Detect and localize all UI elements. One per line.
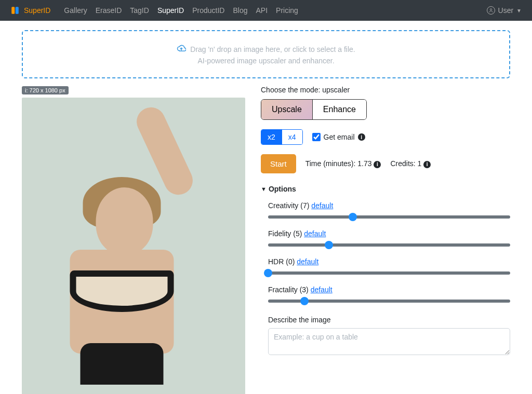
mode-upscale-button[interactable]: Upscale <box>261 100 312 119</box>
nav-link-superid[interactable]: SuperID <box>153 6 188 15</box>
email-label: Get email <box>324 133 355 141</box>
user-label: User <box>498 6 514 15</box>
option-creativity: Creativity (7) default <box>261 201 510 221</box>
navbar: SuperID GalleryEraseIDTagIDSuperIDProduc… <box>0 0 532 21</box>
navbar-left: SuperID GalleryEraseIDTagIDSuperIDProduc… <box>10 6 302 15</box>
fidelity-slider[interactable] <box>268 241 510 249</box>
scale-x4-button[interactable]: x4 <box>282 130 302 144</box>
caret-down-icon: ▼ <box>516 8 522 13</box>
nav-link-blog[interactable]: Blog <box>229 6 251 15</box>
creativity-slider-thumb[interactable] <box>349 213 357 221</box>
hdr-default-link[interactable]: default <box>297 257 318 266</box>
creativity-slider[interactable] <box>268 213 510 221</box>
nav-link-eraseid[interactable]: EraseID <box>91 6 126 15</box>
info-icon[interactable]: i <box>374 161 381 168</box>
mode-enhance-button[interactable]: Enhance <box>312 100 366 119</box>
email-checkbox-input[interactable] <box>312 133 321 141</box>
credits-info: Credits: 1 i <box>390 159 431 168</box>
option-fidelity: Fidelity (5) default <box>261 229 510 249</box>
dropzone[interactable]: Drag 'n' drop an image here, or click to… <box>22 30 510 78</box>
creativity-label: Creativity (7) default <box>268 201 510 210</box>
fidelity-default-link[interactable]: default <box>304 229 326 238</box>
info-icon[interactable]: i <box>423 161 431 168</box>
cloud-upload-icon <box>177 44 186 55</box>
mode-prompt: Choose the mode: upscaler <box>261 86 510 94</box>
option-hdr: HDR (0) default <box>261 257 510 277</box>
info-icon[interactable]: i <box>358 133 365 141</box>
hdr-slider-thumb[interactable] <box>264 269 272 277</box>
scale-toggle: x2x4 <box>261 129 303 145</box>
fractality-slider[interactable] <box>268 297 510 305</box>
dropzone-text-1: Drag 'n' drop an image here, or click to… <box>190 45 355 53</box>
scale-x2-button[interactable]: x2 <box>261 130 282 144</box>
nav-link-api[interactable]: API <box>252 6 272 15</box>
user-menu[interactable]: User ▼ <box>487 6 522 15</box>
image-preview <box>22 98 245 394</box>
user-icon <box>487 6 495 15</box>
brand-name[interactable]: SuperID <box>24 6 50 15</box>
creativity-default-link[interactable]: default <box>311 201 333 210</box>
fractality-label: Fractality (3) default <box>268 286 510 294</box>
dropzone-text-2: AI-powered image upscaler and enhancer. <box>28 57 504 65</box>
fidelity-label: Fidelity (5) default <box>268 229 510 238</box>
brand-logo-icon <box>10 6 20 15</box>
nav-link-productid[interactable]: ProductID <box>188 6 229 15</box>
fractality-default-link[interactable]: default <box>311 286 332 294</box>
nav-link-gallery[interactable]: Gallery <box>60 6 91 15</box>
fractality-slider-thumb[interactable] <box>300 297 309 305</box>
describe-label: Describe the image <box>261 316 510 324</box>
time-info: Time (minutes): 1.73 i <box>305 159 381 168</box>
svg-rect-0 <box>11 7 15 14</box>
fidelity-slider-thumb[interactable] <box>325 241 333 249</box>
mode-toggle: UpscaleEnhance <box>261 99 367 120</box>
option-fractality: Fractality (3) default <box>261 286 510 305</box>
hdr-slider[interactable] <box>268 269 510 277</box>
nav-link-tagid[interactable]: TagID <box>126 6 153 15</box>
svg-point-2 <box>490 9 491 10</box>
options-toggle[interactable]: Options <box>261 185 510 193</box>
describe-input[interactable] <box>268 328 510 355</box>
image-dimensions-badge: i: 720 x 1080 px <box>22 86 69 94</box>
hdr-label: HDR (0) default <box>268 257 510 266</box>
start-button[interactable]: Start <box>261 154 296 173</box>
svg-rect-1 <box>16 7 19 14</box>
nav-link-pricing[interactable]: Pricing <box>272 6 302 15</box>
get-email-checkbox[interactable]: Get email i <box>312 133 365 141</box>
